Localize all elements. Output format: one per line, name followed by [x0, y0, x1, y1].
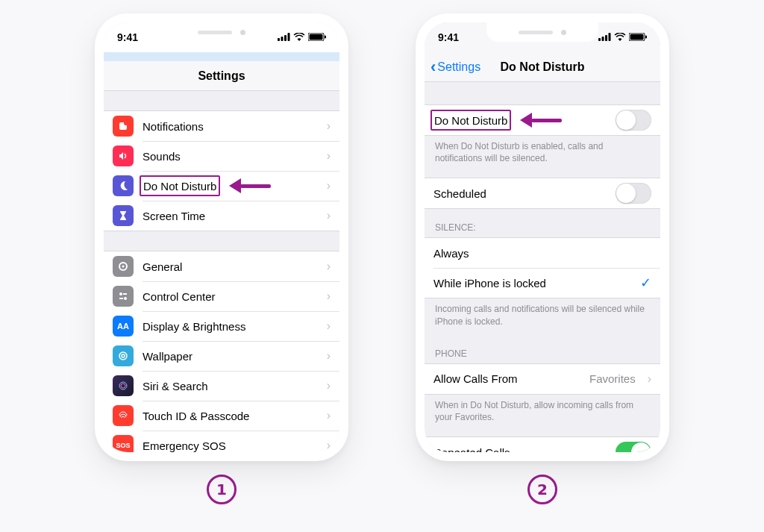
row-control-center[interactable]: Control Center ›	[104, 281, 339, 311]
chevron-right-icon: ›	[327, 379, 331, 392]
chevron-right-icon: ›	[327, 290, 331, 303]
row-repeated-calls[interactable]: Repeated Calls	[425, 437, 660, 452]
group-dnd-toggle: Do Not Disturb	[425, 104, 660, 136]
row-label: Wallpaper	[143, 350, 318, 363]
svg-point-15	[119, 352, 127, 360]
svg-point-10	[122, 266, 125, 268]
row-sounds[interactable]: Sounds ›	[104, 141, 339, 171]
row-siri-search[interactable]: Siri & Search ›	[104, 371, 339, 401]
row-wallpaper[interactable]: Wallpaper ›	[104, 341, 339, 371]
settings-group-general: General › Control Center › AA Display & …	[104, 251, 339, 452]
toggle-scheduled[interactable]	[616, 183, 651, 204]
chevron-right-icon: ›	[327, 119, 331, 133]
chevron-right-icon: ›	[327, 179, 331, 193]
row-display-brightness[interactable]: AA Display & Brightness ›	[104, 311, 339, 341]
notifications-icon	[113, 116, 134, 137]
row-label: Do Not Disturb	[143, 180, 216, 193]
chevron-right-icon: ›	[327, 260, 331, 273]
section-header-silence: SILENCE:	[425, 209, 660, 237]
title-bar-settings: Settings	[104, 61, 339, 91]
svg-point-18	[121, 384, 125, 388]
row-label: Sounds	[143, 150, 318, 163]
row-dnd-toggle[interactable]: Do Not Disturb	[425, 105, 660, 135]
description-allow: When in Do Not Disturb, allow incoming c…	[425, 395, 660, 431]
header-tint	[104, 52, 339, 61]
notch	[486, 22, 598, 42]
row-label: Display & Brightness	[143, 320, 318, 333]
svg-rect-22	[609, 33, 611, 41]
chevron-right-icon: ›	[327, 349, 331, 363]
phone-step-2: 9:41 ‹ Settings Do Not Disturb Do Not Di…	[416, 13, 669, 504]
svg-point-16	[122, 354, 125, 357]
row-while-locked[interactable]: While iPhone is locked ✓	[425, 268, 660, 298]
sliders-icon	[113, 286, 134, 307]
wifi-icon	[293, 31, 305, 43]
settings-group-notifications: Notifications › Sounds › Do Not Disturb …	[104, 110, 339, 231]
notch	[166, 22, 278, 42]
svg-rect-5	[310, 34, 323, 40]
highlight-box: Do Not Disturb	[140, 175, 220, 196]
status-indicators	[598, 31, 647, 43]
row-always[interactable]: Always	[425, 238, 660, 268]
row-label: Touch ID & Passcode	[143, 410, 318, 422]
row-label: Emergency SOS	[143, 439, 318, 452]
svg-rect-6	[325, 36, 326, 39]
svg-rect-2	[284, 35, 286, 41]
chevron-right-icon: ›	[327, 149, 331, 163]
svg-rect-0	[278, 38, 280, 41]
row-touch-id[interactable]: Touch ID & Passcode ›	[104, 401, 339, 431]
phone-frame: 9:41 ‹ Settings Do Not Disturb Do Not Di…	[416, 13, 669, 461]
battery-icon	[629, 31, 647, 43]
svg-rect-24	[630, 34, 644, 40]
description-silence: Incoming calls and notifications will be…	[425, 298, 660, 334]
row-label: Allow Calls From	[433, 372, 580, 385]
screen-dnd: 9:41 ‹ Settings Do Not Disturb Do Not Di…	[425, 22, 660, 452]
svg-point-11	[119, 292, 122, 295]
title-bar-dnd: ‹ Settings Do Not Disturb	[425, 52, 660, 82]
svg-rect-21	[605, 35, 607, 41]
wallpaper-icon	[113, 345, 134, 366]
row-label: Screen Time	[143, 210, 318, 222]
page-title: Do Not Disturb	[501, 60, 585, 74]
page-title: Settings	[198, 69, 245, 83]
svg-point-8	[124, 121, 128, 125]
back-button[interactable]: ‹ Settings	[430, 52, 480, 81]
toggle-dnd[interactable]	[616, 110, 651, 131]
row-scheduled[interactable]: Scheduled	[425, 178, 660, 208]
annotation-arrow	[520, 112, 562, 128]
row-screen-time[interactable]: Screen Time ›	[104, 201, 339, 231]
row-label: While iPhone is locked	[433, 277, 631, 290]
row-do-not-disturb[interactable]: Do Not Disturb ›	[104, 171, 339, 201]
row-emergency-sos[interactable]: SOS Emergency SOS ›	[104, 431, 339, 452]
screen-settings: 9:41 Settings Notifications ›	[104, 22, 339, 452]
status-time: 9:41	[438, 31, 459, 43]
svg-rect-14	[119, 298, 123, 299]
chevron-right-icon: ›	[327, 319, 331, 333]
group-scheduled: Scheduled	[425, 178, 660, 209]
row-label: Control Center	[143, 290, 318, 303]
checkmark-icon: ✓	[640, 275, 651, 291]
gear-icon	[113, 256, 134, 277]
row-label: Always	[433, 247, 651, 260]
svg-rect-12	[123, 293, 127, 295]
step-badge-1: 1	[207, 475, 237, 504]
signal-icon	[278, 31, 290, 43]
group-repeated: Repeated Calls	[425, 436, 660, 452]
svg-rect-19	[598, 38, 601, 41]
step-badge-2: 2	[527, 475, 557, 504]
sounds-icon	[113, 145, 134, 166]
back-label: Settings	[437, 60, 480, 74]
row-notifications[interactable]: Notifications ›	[104, 111, 339, 141]
status-time: 9:41	[117, 31, 138, 43]
phone-frame: 9:41 Settings Notifications ›	[95, 13, 348, 461]
toggle-repeated[interactable]	[616, 442, 651, 452]
row-general[interactable]: General ›	[104, 251, 339, 281]
svg-rect-20	[602, 37, 604, 41]
svg-point-13	[124, 297, 127, 300]
row-allow-calls[interactable]: Allow Calls From Favorites ›	[425, 364, 660, 394]
step-number: 1	[216, 481, 227, 498]
description-dnd: When Do Not Disturb is enabled, calls an…	[425, 136, 660, 172]
phone-step-1: 9:41 Settings Notifications ›	[95, 13, 348, 504]
row-label: Scheduled	[433, 187, 607, 200]
sos-icon: SOS	[113, 435, 134, 452]
